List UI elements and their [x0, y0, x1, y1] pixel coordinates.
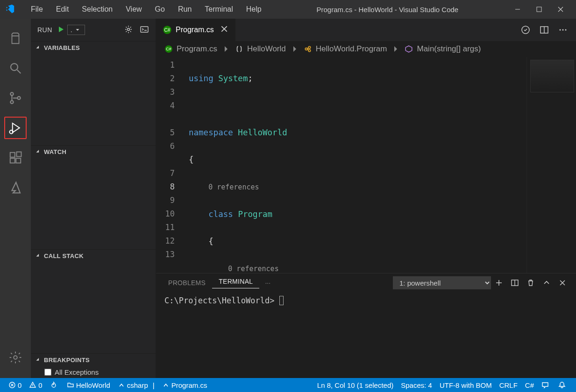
split-editor-icon[interactable]: [535, 19, 554, 41]
breakpoints-section[interactable]: BREAKPOINTS: [31, 353, 156, 366]
status-eol[interactable]: CRLF: [496, 378, 521, 392]
chevron-right-icon: [291, 45, 299, 53]
menu-file[interactable]: File: [24, 2, 50, 16]
method-icon: [405, 45, 413, 53]
variables-label: VARIABLES: [44, 44, 80, 51]
menu-selection[interactable]: Selection: [75, 2, 119, 16]
breadcrumb-class[interactable]: HelloWorld.Program: [316, 44, 387, 54]
close-panel-icon[interactable]: [555, 279, 570, 287]
settings-gear-icon[interactable]: [4, 346, 27, 369]
status-errors[interactable]: 0: [5, 378, 25, 392]
tab-program-cs[interactable]: C# Program.cs: [156, 19, 236, 41]
run-file-icon[interactable]: [516, 19, 535, 41]
close-icon[interactable]: [220, 24, 229, 35]
activity-bar: [0, 19, 31, 378]
menu-bar: File Edit Selection View Go Run Terminal…: [24, 2, 268, 16]
variables-section[interactable]: VARIABLES: [31, 41, 156, 54]
breakpoint-row-all-exceptions[interactable]: All Exceptions: [31, 366, 156, 378]
tab-problems[interactable]: PROBLEMS: [162, 279, 212, 287]
callstack-label: CALL STACK: [44, 252, 84, 259]
status-folder[interactable]: HelloWorld: [63, 378, 114, 392]
more-panels-icon[interactable]: ···: [259, 279, 276, 287]
explorer-icon[interactable]: [4, 27, 27, 49]
menu-view[interactable]: View: [119, 2, 148, 16]
terminal-prompt: C:\Projects\HelloWorld>: [164, 296, 274, 305]
status-file[interactable]: Program.cs: [158, 378, 211, 392]
search-icon[interactable]: [4, 57, 27, 79]
breadcrumb[interactable]: C# Program.cs HelloWorld HelloWorld.Prog…: [156, 41, 576, 57]
svg-point-24: [308, 49, 311, 52]
bottom-panel: PROBLEMS TERMINAL ··· 1: powershell C:\P…: [156, 273, 576, 378]
csharp-file-icon: C#: [164, 45, 173, 53]
launch-config-label: .: [71, 26, 72, 34]
minimap[interactable]: [526, 57, 576, 273]
svg-rect-9: [17, 152, 21, 157]
callstack-body: [31, 262, 156, 353]
breadcrumb-method[interactable]: Main(string[] args): [417, 44, 481, 54]
run-title: RUN: [37, 26, 52, 34]
svg-rect-0: [537, 7, 541, 12]
svg-point-2: [10, 92, 13, 95]
azure-icon[interactable]: [4, 176, 27, 199]
minimize-button[interactable]: [507, 0, 528, 19]
status-cursor-position[interactable]: Ln 8, Col 10 (1 selected): [313, 378, 397, 392]
watch-body: [31, 158, 156, 249]
maximize-panel-icon[interactable]: [539, 279, 555, 287]
run-debug-icon[interactable]: [4, 117, 27, 139]
start-debug-button[interactable]: [57, 26, 64, 35]
editor-tabs: C# Program.cs: [156, 19, 576, 41]
svg-point-22: [305, 48, 307, 50]
menu-terminal[interactable]: Terminal: [198, 2, 239, 16]
run-sidebar: RUN . VARIABLES WATCH: [31, 19, 156, 378]
menu-edit[interactable]: Edit: [50, 2, 76, 16]
window-title: Program.cs - HelloWorld - Visual Studio …: [268, 6, 507, 14]
status-language[interactable]: C#: [521, 378, 538, 392]
svg-rect-12: [141, 27, 148, 32]
status-bar: 0 0 HelloWorld csharp | Program.cs Ln 8,…: [0, 378, 576, 392]
codelens[interactable]: 0 references: [208, 183, 259, 191]
breakpoints-label: BREAKPOINTS: [44, 357, 90, 364]
source-control-icon[interactable]: [4, 87, 27, 109]
breadcrumb-file[interactable]: Program.cs: [177, 44, 217, 54]
codelens[interactable]: 0 references: [228, 265, 278, 273]
extensions-icon[interactable]: [4, 147, 27, 169]
status-spaces[interactable]: Spaces: 4: [397, 378, 436, 392]
maximize-button[interactable]: [528, 0, 550, 19]
terminal-selector[interactable]: 1: powershell: [393, 276, 491, 289]
configure-gear-icon[interactable]: [124, 25, 133, 35]
chevron-right-icon: [222, 45, 230, 53]
watch-section[interactable]: WATCH: [31, 145, 156, 158]
tab-label: Program.cs: [176, 26, 214, 34]
new-terminal-icon[interactable]: [491, 279, 507, 287]
editor[interactable]: 1 2 3 4 5 6 7 8 9 10 11 12 13 using Syst…: [156, 57, 576, 273]
status-bell-icon[interactable]: [555, 378, 571, 392]
csharp-file-icon: C#: [163, 25, 172, 35]
menu-go[interactable]: Go: [149, 2, 171, 16]
vscode-logo-icon: [5, 4, 15, 15]
close-button[interactable]: [550, 0, 571, 19]
status-branch[interactable]: csharp: [114, 378, 152, 392]
svg-rect-7: [10, 158, 15, 163]
split-terminal-icon[interactable]: [507, 279, 523, 287]
breadcrumb-namespace[interactable]: HelloWorld: [247, 44, 286, 54]
svg-rect-6: [10, 153, 15, 157]
svg-point-11: [128, 28, 130, 30]
title-bar: File Edit Selection View Go Run Terminal…: [0, 0, 576, 19]
kill-terminal-icon[interactable]: [523, 279, 539, 287]
status-encoding[interactable]: UTF-8 with BOM: [436, 378, 496, 392]
terminal[interactable]: C:\Projects\HelloWorld>: [156, 292, 576, 378]
debug-console-icon[interactable]: [140, 25, 149, 35]
window-controls: [507, 0, 571, 19]
code-content[interactable]: using System; namespace HelloWorld { 0 r…: [189, 57, 576, 273]
breakpoint-checkbox[interactable]: [44, 369, 52, 376]
status-flame-icon[interactable]: [46, 378, 63, 392]
line-number-gutter: 1 2 3 4 5 6 7 8 9 10 11 12 13: [156, 57, 189, 273]
callstack-section[interactable]: CALL STACK: [31, 249, 156, 262]
status-feedback-icon[interactable]: [538, 378, 555, 392]
status-warnings[interactable]: 0: [25, 378, 46, 392]
tab-terminal[interactable]: TERMINAL: [212, 278, 259, 288]
more-actions-icon[interactable]: [554, 19, 572, 41]
menu-help[interactable]: Help: [240, 2, 268, 16]
launch-config-select[interactable]: .: [67, 25, 85, 35]
menu-run[interactable]: Run: [171, 2, 198, 16]
